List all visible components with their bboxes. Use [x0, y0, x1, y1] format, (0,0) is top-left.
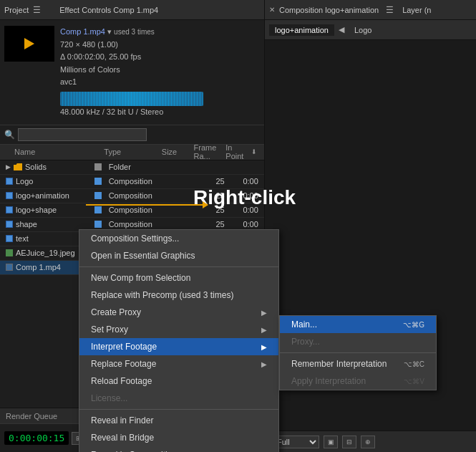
label-color — [94, 221, 102, 228]
item-framerate: 25 — [203, 191, 237, 200]
header-type: Type — [104, 148, 162, 156]
context-item-essential-graphics[interactable]: Open in Essential Graphics — [79, 247, 278, 264]
apply-shortcut: ⌥⌘V — [404, 378, 424, 385]
context-item-new-comp[interactable]: New Comp from Selection — [79, 269, 278, 287]
item-inpoint: 0:00 — [237, 177, 264, 186]
context-item-reveal-bridge[interactable]: Reveal in Bridge — [79, 429, 278, 446]
context-item-set-proxy[interactable]: Set Proxy ▶ — [79, 321, 278, 338]
submenu-item-proxy: Proxy... — [280, 333, 436, 350]
submenu-arrow: ▶ — [261, 326, 267, 334]
file-info-area: Comp 1.mp4 ▾ used 3 times 720 × 480 (1.0… — [0, 20, 264, 125]
render-queue-label: Render Queue — [6, 412, 57, 420]
preview-thumbnail — [4, 26, 54, 62]
comp-icon — [6, 235, 13, 242]
submenu-arrow: ▶ — [261, 360, 267, 368]
main-shortcut: ⌥⌘G — [403, 321, 424, 329]
submenu-item-remember[interactable]: Remember Interpretation ⌥⌘C — [280, 355, 436, 372]
interpret-footage-submenu: Main... ⌥⌘G Proxy... Remember Interpreta… — [279, 315, 437, 390]
view-icon-1[interactable]: ▣ — [324, 436, 338, 448]
item-name: AEJuice_19.jpeg — [16, 249, 75, 257]
tab-logo[interactable]: Logo — [349, 24, 377, 36]
context-item-replace-footage[interactable]: Replace Footage ▶ — [79, 355, 278, 372]
hamburger-icon[interactable]: ☰ — [33, 5, 41, 15]
item-name: Comp 1.mp4 — [16, 263, 61, 271]
submenu-arrow: ▶ — [261, 343, 267, 351]
remember-shortcut: ⌥⌘C — [404, 360, 424, 368]
submenu-arrow: ▶ — [261, 309, 267, 317]
item-type: Composition — [109, 177, 170, 186]
context-item-create-proxy[interactable]: Create Proxy ▶ — [79, 304, 278, 321]
item-name: logo+animation — [16, 191, 69, 200]
effect-controls-title: Effect Controls Comp 1.mp4 — [59, 6, 158, 14]
file-icon — [6, 249, 13, 256]
context-item-replace-precomp[interactable]: Replace with Precomp (used 3 times) — [79, 287, 278, 304]
header-framerate: Frame Ra... — [194, 143, 226, 160]
right-top-tabs: logo+animation ◀ Logo — [265, 20, 476, 40]
file-details: Comp 1.mp4 ▾ used 3 times 720 × 480 (1.0… — [60, 26, 260, 119]
search-bar: 🔍 — [0, 125, 264, 145]
search-input[interactable] — [18, 128, 147, 141]
context-item-composition-settings[interactable]: Composition Settings... — [79, 230, 278, 247]
item-framerate: 25 — [203, 177, 237, 186]
audio-waveform — [60, 92, 203, 106]
annotation-arrow — [86, 204, 208, 206]
submenu-item-apply: Apply Interpretation ⌥⌘V — [280, 372, 436, 390]
list-item[interactable]: logo+animation Composition 25 0:00 — [0, 189, 264, 203]
hamburger-right-icon[interactable]: ☰ — [386, 5, 394, 15]
item-name: text — [16, 234, 29, 243]
item-type: Composition — [109, 206, 170, 214]
view-icon-3[interactable]: ⊕ — [361, 436, 375, 448]
project-panel-title: Project — [4, 6, 29, 14]
right-panel-header: ✕ Composition logo+animation ☰ Layer (n — [265, 0, 476, 19]
context-item-reveal-finder[interactable]: Reveal in Finder — [79, 412, 278, 429]
tab-logo-animation[interactable]: logo+animation — [269, 24, 334, 36]
context-item-reload-footage[interactable]: Reload Footage — [79, 372, 278, 390]
play-icon — [24, 38, 34, 49]
label-color — [94, 192, 102, 199]
list-item[interactable]: ▶ Solids Folder — [0, 160, 264, 175]
close-tab-icon[interactable]: ✕ — [269, 6, 275, 14]
item-name: logo+shape — [16, 206, 57, 214]
context-item-interpret-footage[interactable]: Interpret Footage ▶ — [79, 338, 278, 355]
folder-icon — [14, 163, 22, 170]
timecode-display: 0:00:00:15 — [4, 431, 69, 445]
label-color — [94, 163, 102, 170]
item-inpoint: 0:00 — [237, 220, 264, 229]
item-type: Folder — [109, 163, 170, 171]
header-extra: ⬇ — [251, 148, 264, 155]
context-separator — [79, 409, 278, 410]
item-name: shape — [16, 220, 37, 229]
view-icon-2[interactable]: ⊟ — [342, 436, 356, 448]
context-menu: Composition Settings... Open in Essentia… — [79, 229, 279, 452]
tab-arrow: ◀ — [339, 25, 344, 34]
label-color — [94, 178, 102, 185]
file-name: Comp 1.mp4 ▾ used 3 times — [60, 26, 260, 39]
composition-panel-title: Composition logo+animation — [279, 6, 379, 14]
item-inpoint: 0:00 — [237, 191, 264, 200]
comp-icon — [6, 221, 13, 228]
context-item-reveal-composition[interactable]: Reveal in Composition ▶ — [79, 446, 278, 452]
search-icon: 🔍 — [4, 130, 15, 140]
item-type: Composition — [109, 220, 170, 229]
context-item-license: License... — [79, 390, 278, 407]
item-name: Solids — [25, 163, 47, 171]
context-menu-overlay: Composition Settings... Open in Essentia… — [79, 229, 279, 452]
item-name: Logo — [16, 177, 33, 186]
submenu-separator — [280, 352, 436, 353]
context-separator — [79, 266, 278, 267]
comp-icon — [6, 206, 13, 213]
item-type: Composition — [109, 191, 170, 200]
list-item[interactable]: Logo Composition 25 0:00 — [0, 175, 264, 189]
layer-info: Layer (n — [402, 6, 431, 14]
label-color — [94, 206, 102, 213]
list-header: Name Type Size Frame Ra... In Point ⬇ — [0, 145, 264, 160]
header-size: Size — [162, 148, 194, 156]
header-name: Name — [0, 148, 84, 156]
top-bar: Project ☰ Effect Controls Comp 1.mp4 ✕ C… — [0, 0, 476, 20]
video-icon — [6, 264, 13, 271]
header-inpoint: In Point — [225, 143, 251, 160]
item-inpoint: 0:00 — [237, 206, 264, 214]
submenu-item-main[interactable]: Main... ⌥⌘G — [280, 316, 436, 333]
item-framerate: 25 — [203, 206, 237, 214]
left-panel-header: Project ☰ Effect Controls Comp 1.mp4 — [0, 0, 265, 19]
